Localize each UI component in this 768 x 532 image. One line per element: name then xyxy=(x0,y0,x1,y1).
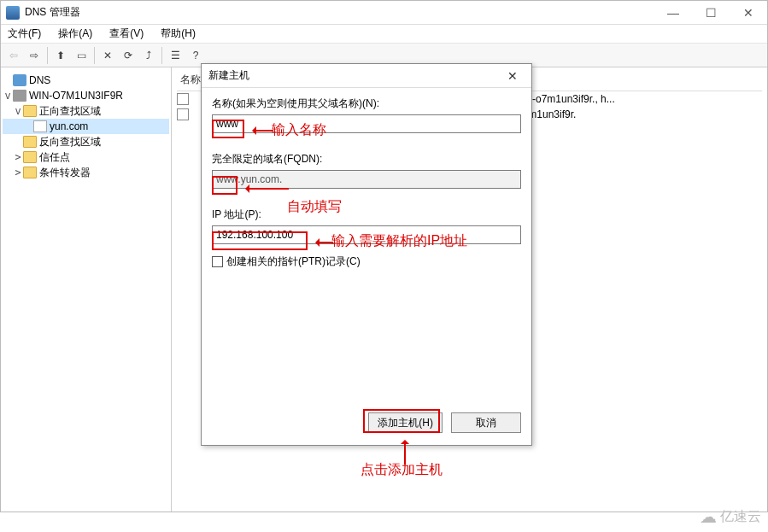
tree-server-label: WIN-O7M1UN3IF9R xyxy=(29,90,123,102)
tree-rev-zone[interactable]: v 反向查找区域 xyxy=(3,134,169,149)
up-button[interactable]: ⬆ xyxy=(51,46,70,65)
menu-view[interactable]: 查看(V) xyxy=(106,25,147,43)
tree-domain[interactable]: v yun.com xyxy=(3,119,169,134)
record-icon xyxy=(177,93,189,105)
forward-button[interactable]: ⇨ xyxy=(25,46,44,65)
tree-pane: v DNS v WIN-O7M1UN3IF9R v 正向查找区域 v yun.c… xyxy=(1,67,172,512)
tree-rev-zone-label: 反向查找区域 xyxy=(39,135,101,149)
tree-trust-label: 信任点 xyxy=(39,150,70,165)
close-button[interactable]: ✕ xyxy=(730,1,767,25)
delete-button[interactable]: ✕ xyxy=(98,46,117,65)
tree-trust[interactable]: > 信任点 xyxy=(3,149,169,165)
ptr-label: 创建相关的指针(PTR)记录(C) xyxy=(226,254,361,269)
menubar: 文件(F) 操作(A) 查看(V) 帮助(H) xyxy=(1,25,767,44)
window-title: DNS 管理器 xyxy=(25,5,80,20)
fqdn-label: 完全限定的域名(FQDN): xyxy=(212,152,521,167)
dialog-close-button[interactable]: ✕ xyxy=(501,64,525,88)
ip-label: IP 地址(P): xyxy=(212,208,521,222)
ip-input[interactable] xyxy=(212,225,521,244)
fqdn-input xyxy=(212,170,521,189)
titlebar: DNS 管理器 — ☐ ✕ xyxy=(1,1,767,25)
maximize-button[interactable]: ☐ xyxy=(692,1,730,25)
tree-fwd-zone[interactable]: v 正向查找区域 xyxy=(3,103,169,119)
app-icon xyxy=(6,6,20,20)
menu-help[interactable]: 帮助(H) xyxy=(157,25,199,43)
tree-server[interactable]: v WIN-O7M1UN3IF9R xyxy=(3,88,169,103)
ptr-checkbox[interactable] xyxy=(212,256,223,267)
export-button[interactable]: ⤴ xyxy=(139,46,158,65)
menu-file[interactable]: 文件(F) xyxy=(4,25,44,43)
cancel-button[interactable]: 取消 xyxy=(451,412,521,433)
help-button[interactable]: ? xyxy=(186,46,205,65)
properties-button[interactable]: ☰ xyxy=(166,46,185,65)
dialog-titlebar: 新建主机 ✕ xyxy=(202,64,531,88)
tree-fwd-zone-label: 正向查找区域 xyxy=(39,104,101,119)
tree-root-label: DNS xyxy=(29,74,50,86)
record-icon xyxy=(177,108,189,120)
tree-cond-fwd-label: 条件转发器 xyxy=(39,166,91,180)
dialog-title: 新建主机 xyxy=(208,68,501,83)
name-label: 名称(如果为空则使用其父域名称)(N): xyxy=(212,96,521,111)
new-host-dialog: 新建主机 ✕ 名称(如果为空则使用其父域名称)(N): 完全限定的域名(FQDN… xyxy=(201,63,532,446)
minimize-button[interactable]: — xyxy=(654,1,692,25)
show-hide-button[interactable]: ▭ xyxy=(72,46,91,65)
tree-domain-label: yun.com xyxy=(50,120,88,132)
refresh-button[interactable]: ⟳ xyxy=(119,46,138,65)
tree-cond-fwd[interactable]: > 条件转发器 xyxy=(3,165,169,180)
name-input[interactable] xyxy=(212,114,521,133)
menu-action[interactable]: 操作(A) xyxy=(55,25,96,43)
tree-root[interactable]: v DNS xyxy=(3,73,169,88)
add-host-button[interactable]: 添加主机(H) xyxy=(368,412,443,433)
back-button[interactable]: ⇦ xyxy=(4,46,23,65)
watermark: ☁ 亿速云 xyxy=(700,506,761,527)
cloud-icon: ☁ xyxy=(700,506,717,527)
